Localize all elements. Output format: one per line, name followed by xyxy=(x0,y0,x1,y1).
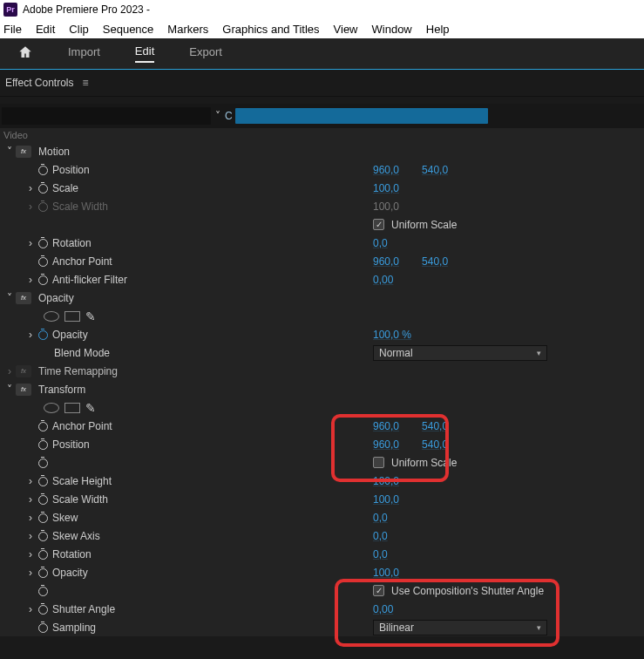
source-clip-name[interactable] xyxy=(2,107,211,125)
value[interactable]: 100,0 xyxy=(373,182,399,194)
rect-mask-icon[interactable] xyxy=(64,403,80,413)
value-x[interactable]: 960,0 xyxy=(373,438,399,451)
stopwatch-icon[interactable] xyxy=(37,329,49,341)
menu-view[interactable]: View xyxy=(334,23,358,36)
prop-anchor-point[interactable]: Anchor Point 960,0540,0 xyxy=(0,252,644,270)
menu-sequence[interactable]: Sequence xyxy=(103,23,154,36)
value-y[interactable]: 540,0 xyxy=(422,164,448,176)
menu-edit[interactable]: Edit xyxy=(36,23,55,36)
select-sampling[interactable]: Bilinear▾ xyxy=(373,620,547,635)
stopwatch-icon[interactable] xyxy=(37,274,49,286)
twirl-down-icon[interactable]: ˅ xyxy=(3,292,16,304)
prop-shutter-angle[interactable]: › Shutter Angle 0,00 xyxy=(0,600,644,618)
twirl-right-icon[interactable]: › xyxy=(24,182,37,194)
pen-mask-icon[interactable]: ✎ xyxy=(85,402,96,414)
value[interactable]: 100,0 xyxy=(373,475,399,487)
effect-motion[interactable]: ˅ fx Motion xyxy=(0,142,644,160)
value-x[interactable]: 960,0 xyxy=(373,164,399,176)
prop-uniform-scale[interactable]: Uniform Scale xyxy=(0,215,644,234)
ellipse-mask-icon[interactable] xyxy=(44,403,59,413)
prop-scale-height[interactable]: › Scale Height 100,0 xyxy=(0,472,644,490)
prop-use-comp-shutter[interactable]: Use Composition's Shutter Angle xyxy=(0,581,644,600)
prop-sampling[interactable]: Sampling Bilinear▾ xyxy=(0,618,644,636)
twirl-right-icon[interactable]: › xyxy=(24,603,37,615)
stopwatch-icon[interactable] xyxy=(37,164,49,176)
source-dropdown-icon[interactable]: ˅ xyxy=(211,110,225,122)
fx-badge[interactable]: fx xyxy=(16,384,31,396)
twirl-right-icon[interactable]: › xyxy=(24,493,37,506)
stopwatch-icon[interactable] xyxy=(37,475,49,487)
sequence-marker[interactable] xyxy=(235,108,488,124)
stopwatch-icon[interactable] xyxy=(37,237,49,249)
effect-transform[interactable]: ˅ fx Transform xyxy=(0,380,644,398)
value[interactable]: 100,0 % xyxy=(373,329,411,341)
prop-opacity-t[interactable]: › Opacity 100,0 xyxy=(0,563,644,581)
stopwatch-icon[interactable] xyxy=(37,255,49,268)
value-y[interactable]: 540,0 xyxy=(422,438,448,451)
fx-badge[interactable]: fx xyxy=(16,292,31,304)
stopwatch-icon[interactable] xyxy=(37,438,49,451)
rect-mask-icon[interactable] xyxy=(64,311,80,322)
prop-antiflicker[interactable]: › Anti-flicker Filter 0,00 xyxy=(0,270,644,289)
checkbox-uniform-scale-t[interactable] xyxy=(373,457,384,468)
menu-help[interactable]: Help xyxy=(426,23,450,36)
prop-rotation-t[interactable]: › Rotation 0,0 xyxy=(0,545,644,563)
prop-skew-axis[interactable]: › Skew Axis 0,0 xyxy=(0,527,644,545)
twirl-right-icon[interactable]: › xyxy=(24,274,37,286)
value-x[interactable]: 960,0 xyxy=(373,255,399,268)
value[interactable]: 0,0 xyxy=(373,512,388,524)
twirl-down-icon[interactable]: ˅ xyxy=(3,146,16,158)
stopwatch-icon[interactable] xyxy=(37,182,49,194)
twirl-down-icon[interactable]: ˅ xyxy=(3,384,16,396)
menu-file[interactable]: File xyxy=(3,23,22,36)
stopwatch-icon[interactable] xyxy=(37,512,49,524)
prop-rotation[interactable]: › Rotation 0,0 xyxy=(0,234,644,252)
twirl-right-icon[interactable]: › xyxy=(24,530,37,542)
value[interactable]: 0,0 xyxy=(373,237,388,249)
ellipse-mask-icon[interactable] xyxy=(44,311,59,322)
twirl-right-icon[interactable]: › xyxy=(24,548,37,560)
select-blend-mode[interactable]: Normal▾ xyxy=(373,345,547,361)
value[interactable]: 100,0 xyxy=(373,493,399,506)
menu-window[interactable]: Window xyxy=(372,23,412,36)
pen-mask-icon[interactable]: ✎ xyxy=(85,310,96,323)
effect-time-remapping[interactable]: › fx Time Remapping xyxy=(0,362,644,380)
value-y[interactable]: 540,0 xyxy=(422,420,448,432)
checkbox-uniform-scale[interactable] xyxy=(373,219,384,230)
stopwatch-icon[interactable] xyxy=(37,567,49,579)
home-icon[interactable] xyxy=(17,44,33,64)
stopwatch-icon[interactable] xyxy=(37,420,49,432)
value-x[interactable]: 960,0 xyxy=(373,420,399,432)
stopwatch-icon[interactable] xyxy=(37,548,49,560)
prop-uniform-scale-t[interactable]: Uniform Scale xyxy=(0,453,644,472)
value[interactable]: 0,00 xyxy=(373,274,393,286)
fx-badge[interactable]: fx xyxy=(16,146,31,158)
menu-graphics[interactable]: Graphics and Titles xyxy=(222,23,319,36)
tab-export[interactable]: Export xyxy=(189,45,222,62)
prop-blend-mode[interactable]: Blend Mode Normal▾ xyxy=(0,343,644,362)
value[interactable]: 100,0 xyxy=(373,567,399,579)
twirl-right-icon[interactable]: › xyxy=(24,329,37,341)
panel-menu-icon[interactable]: ≡ xyxy=(82,77,88,89)
stopwatch-icon[interactable] xyxy=(37,457,49,469)
prop-position[interactable]: Position 960,0540,0 xyxy=(0,160,644,179)
fx-badge[interactable]: fx xyxy=(16,365,31,377)
prop-scale-width-t[interactable]: › Scale Width 100,0 xyxy=(0,490,644,508)
value[interactable]: 0,0 xyxy=(373,548,388,560)
stopwatch-icon[interactable] xyxy=(37,603,49,615)
twirl-right-icon[interactable]: › xyxy=(24,567,37,579)
menu-markers[interactable]: Markers xyxy=(167,23,208,36)
checkbox-use-comp-shutter[interactable] xyxy=(373,585,384,596)
stopwatch-icon[interactable] xyxy=(37,530,49,542)
menu-clip[interactable]: Clip xyxy=(69,23,88,36)
prop-skew[interactable]: › Skew 0,0 xyxy=(0,508,644,527)
tab-import[interactable]: Import xyxy=(68,45,100,62)
twirl-right-icon[interactable]: › xyxy=(24,475,37,487)
twirl-right-icon[interactable]: › xyxy=(3,365,16,377)
twirl-right-icon[interactable]: › xyxy=(24,237,37,249)
stopwatch-icon[interactable] xyxy=(37,622,49,634)
prop-opacity[interactable]: › Opacity 100,0 % xyxy=(0,325,644,343)
tab-edit[interactable]: Edit xyxy=(135,44,154,63)
prop-scale[interactable]: › Scale 100,0 xyxy=(0,179,644,197)
value-y[interactable]: 540,0 xyxy=(422,255,448,268)
